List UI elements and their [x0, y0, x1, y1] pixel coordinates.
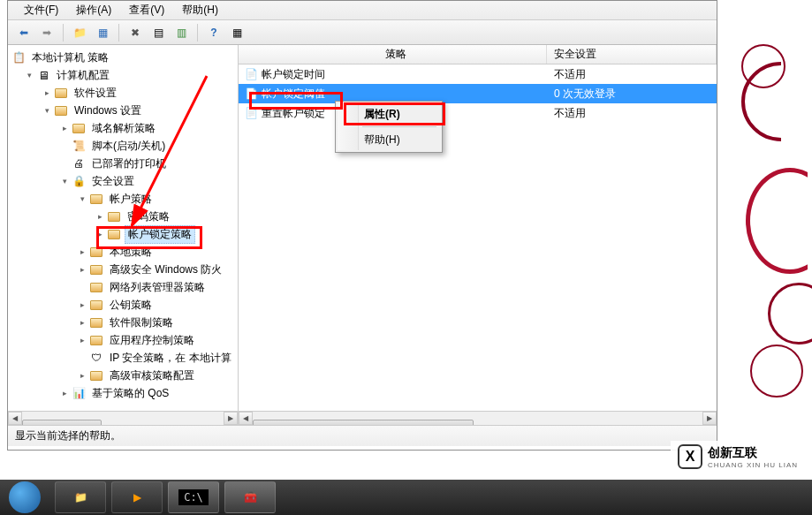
folder-icon — [89, 368, 103, 382]
scroll-left-button[interactable]: ◀ — [8, 412, 22, 425]
expander-icon[interactable]: ▸ — [77, 264, 87, 275]
scroll-right-button[interactable]: ▶ — [224, 412, 238, 425]
policy-item-icon: 📄 — [244, 67, 258, 81]
expander-icon[interactable]: ▾ — [24, 70, 34, 80]
context-menu: 属性(R) 帮助(H) — [335, 101, 443, 153]
expander-icon[interactable]: ▸ — [77, 246, 87, 257]
list-row[interactable]: 📄 重置帐户锁定 不适用 — [239, 103, 717, 123]
back-button[interactable]: ⬅ — [13, 23, 34, 42]
tree-qos[interactable]: ▸ 📊 基于策略的 QoS — [8, 384, 238, 402]
context-menu-separator — [362, 126, 436, 127]
menu-view[interactable]: 查看(V) — [120, 1, 173, 19]
arrow-right-icon: ➡ — [42, 27, 51, 39]
folder-icon — [107, 209, 121, 223]
list-header: 策略 ▲ 安全设置 — [239, 45, 717, 64]
tree-scrollbar-h[interactable]: ◀ ▶ — [8, 411, 238, 425]
expander-icon[interactable]: ▸ — [77, 317, 87, 328]
menu-action[interactable]: 操作(A) — [67, 1, 120, 19]
scroll-thumb[interactable] — [253, 420, 474, 426]
view-button[interactable]: ▦ — [226, 23, 247, 42]
expander-icon[interactable]: ▸ — [77, 299, 87, 310]
scroll-left-button[interactable]: ◀ — [239, 412, 253, 425]
watermark-brand-text: 创新互联 — [708, 445, 798, 461]
watermark-sub-text: CHUANG XIN HU LIAN — [708, 461, 798, 469]
taskbar-item-explorer[interactable]: 📁 — [55, 481, 106, 513]
help-icon: ? — [210, 27, 216, 39]
start-button[interactable] — [9, 481, 41, 513]
tree-root[interactable]: 📋 本地计算机 策略 — [8, 49, 238, 66]
script-icon: 📜 — [72, 139, 86, 153]
list-row-selected[interactable]: 📄 帐户锁定阈值 0 次无效登录 — [239, 84, 717, 103]
tree-ip-security[interactable]: 🛡 IP 安全策略，在 本地计算 — [8, 349, 238, 367]
show-hide-tree-button[interactable]: ▦ — [92, 23, 113, 42]
expander-icon[interactable]: ▸ — [95, 211, 105, 222]
cmd-icon: C:\ — [178, 489, 209, 505]
tree-account-lockout-policy[interactable]: ▸ 帐户锁定策略 — [8, 225, 238, 243]
tree-scripts[interactable]: 📜 脚本(启动/关机) — [8, 137, 238, 155]
folder-icon — [89, 315, 103, 329]
tree-software-settings[interactable]: ▸ 软件设置 — [8, 84, 238, 102]
expander-icon[interactable]: ▸ — [77, 370, 87, 381]
tree-account-policies[interactable]: ▾ 帐户策略 — [8, 190, 238, 208]
delete-button[interactable]: ✖ — [125, 23, 146, 42]
taskbar-item-cmd[interactable]: C:\ — [168, 481, 219, 513]
expander-icon[interactable]: ▾ — [59, 176, 70, 186]
folder-icon — [89, 298, 103, 312]
list-scrollbar-h[interactable]: ◀ ▶ — [239, 411, 717, 425]
mmc-icon: 🧰 — [244, 491, 257, 504]
expander-icon[interactable]: ▸ — [77, 335, 87, 345]
column-header-policy[interactable]: 策略 ▲ — [239, 45, 547, 64]
scroll-right-button[interactable]: ▶ — [702, 412, 717, 425]
menu-help[interactable]: 帮助(H) — [173, 1, 227, 19]
expander-icon[interactable]: ▸ — [59, 388, 70, 398]
tree-local-policies[interactable]: ▸ 本地策略 — [8, 243, 238, 261]
tree-windows-settings[interactable]: ▾ Windows 设置 — [8, 102, 238, 119]
expander-icon[interactable]: ▸ — [42, 87, 52, 98]
expander-icon[interactable]: ▾ — [42, 105, 52, 116]
tree-windows-firewall[interactable]: ▸ 高级安全 Windows 防火 — [8, 261, 238, 278]
folder-icon — [89, 333, 103, 347]
taskbar[interactable]: 📁 ▶ C:\ 🧰 — [0, 480, 812, 515]
delete-icon: ✖ — [131, 27, 140, 39]
tree-computer-config[interactable]: ▾ 🖥 计算机配置 — [8, 66, 238, 84]
tree-software-restriction[interactable]: ▸ 软件限制策略 — [8, 314, 238, 331]
policy-item-icon: 📄 — [244, 106, 258, 120]
policy-icon: 📋 — [11, 50, 26, 64]
forward-button[interactable]: ➡ — [36, 23, 57, 42]
export-icon: ▥ — [177, 27, 186, 39]
list-row[interactable]: 📄 帐户锁定时间 不适用 — [239, 64, 717, 84]
tree-security-settings[interactable]: ▾ 🔒 安全设置 — [8, 172, 238, 190]
statusbar: 显示当前选择的帮助。 — [8, 425, 717, 446]
expander-icon[interactable]: ▸ — [59, 123, 70, 133]
folder-icon — [89, 280, 103, 294]
export-button[interactable]: ▥ — [171, 23, 192, 42]
column-header-setting[interactable]: 安全设置 — [547, 45, 717, 64]
help-button[interactable]: ? — [203, 23, 224, 42]
security-icon: 🔒 — [72, 174, 86, 188]
watermark-logo: X 创新互联 CHUANG XIN HU LIAN — [671, 441, 805, 473]
tree-domain-resolution[interactable]: ▸ 域名解析策略 — [8, 119, 238, 137]
menu-file[interactable]: 文件(F) — [15, 1, 67, 19]
folder-icon — [89, 192, 103, 206]
properties-button[interactable]: ▤ — [148, 23, 169, 42]
list-pane: 策略 ▲ 安全设置 📄 帐户锁定时间 不适用 📄 — [239, 45, 717, 425]
tree-app-control[interactable]: ▸ 应用程序控制策略 — [8, 331, 238, 349]
tree-public-key[interactable]: ▸ 公钥策略 — [8, 296, 238, 314]
folder-icon — [54, 86, 68, 100]
computer-icon: 🖥 — [36, 68, 50, 82]
expander-icon[interactable]: ▸ — [95, 229, 105, 239]
expander-icon[interactable]: ▾ — [77, 193, 87, 204]
tree-password-policy[interactable]: ▸ 密码策略 — [8, 208, 238, 225]
folder-icon — [54, 103, 68, 117]
taskbar-item-media[interactable]: ▶ — [111, 481, 163, 513]
tree-deployed-printers[interactable]: 🖨 已部署的打印机 — [8, 155, 238, 172]
tree-advanced-audit[interactable]: ▸ 高级审核策略配置 — [8, 367, 238, 384]
tree-pane[interactable]: 📋 本地计算机 策略 ▾ 🖥 计算机配置 ▸ 软件设置 ▾ Windows 设置 — [8, 45, 239, 425]
properties-icon: ▤ — [154, 27, 163, 39]
tree-network-list[interactable]: 网络列表管理器策略 — [8, 278, 238, 296]
toolbar: ⬅ ➡ 📁 ▦ ✖ ▤ ▥ ? ▦ — [8, 20, 717, 45]
up-button[interactable]: 📁 — [69, 23, 90, 42]
arrow-left-icon: ⬅ — [19, 27, 28, 39]
taskbar-item-mmc[interactable]: 🧰 — [224, 481, 276, 513]
scroll-thumb[interactable] — [22, 420, 102, 426]
